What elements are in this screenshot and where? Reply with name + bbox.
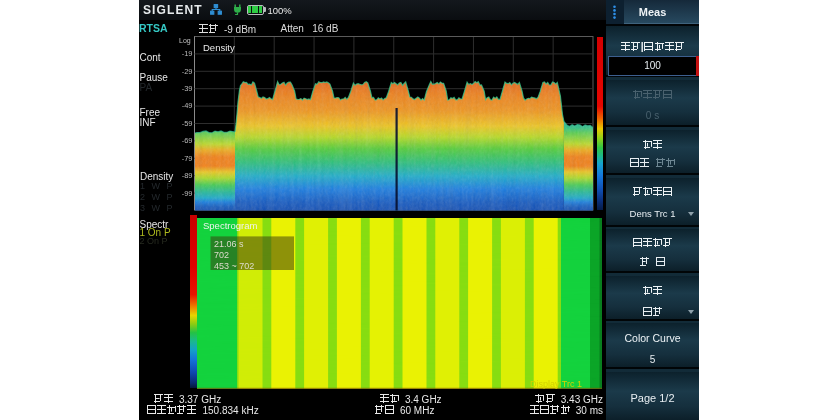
svg-text:Spectrogram: Spectrogram bbox=[203, 220, 257, 231]
svg-text:Display Trc 1: Display Trc 1 bbox=[530, 379, 582, 389]
svg-text:453 ~ 702: 453 ~ 702 bbox=[214, 261, 254, 271]
svg-text:21.06 s: 21.06 s bbox=[214, 239, 244, 249]
svg-text:702: 702 bbox=[214, 250, 229, 260]
